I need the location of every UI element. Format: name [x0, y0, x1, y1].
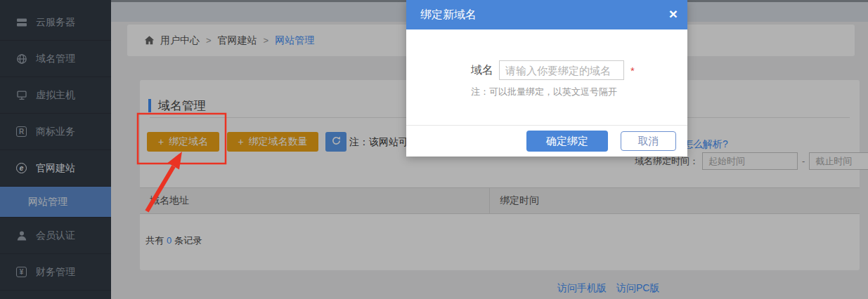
modal-body: 域名 * 注：可以批量绑定，以英文逗号隔开 — [406, 29, 687, 125]
domain-field-row: 域名 * — [471, 60, 635, 80]
domain-field-label: 域名 — [471, 63, 493, 78]
bind-new-domain-modal: 绑定新域名 × 域名 * 注：可以批量绑定，以英文逗号隔开 确定绑定 取消 — [406, 0, 687, 157]
modal-title: 绑定新域名 — [420, 8, 477, 22]
modal-footer: 确定绑定 取消 — [406, 125, 687, 157]
batch-bind-note: 注：可以批量绑定，以英文逗号隔开 — [471, 86, 617, 98]
domain-input[interactable] — [499, 60, 624, 80]
cancel-button[interactable]: 取消 — [621, 131, 676, 151]
modal-header: 绑定新域名 × — [406, 0, 687, 29]
close-icon[interactable]: × — [669, 6, 678, 21]
confirm-bind-button[interactable]: 确定绑定 — [526, 131, 608, 152]
required-asterisk: * — [630, 65, 635, 77]
